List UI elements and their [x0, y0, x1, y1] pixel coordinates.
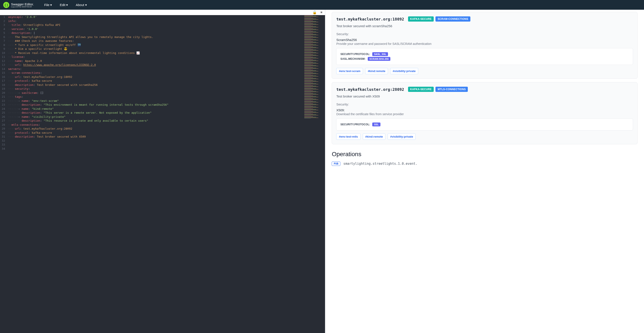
server-badge: MTLS-CONNECTIONS — [436, 87, 468, 92]
server-badge: KAFKA-SECURE — [408, 16, 434, 22]
server-tag[interactable]: #kind:remote — [365, 68, 388, 74]
operation-verb-badge: PUB — [332, 162, 340, 166]
security-kv-box: SECURITY.PROTOCOL:SASL_SSLSASL.MECHANISM… — [336, 48, 633, 65]
kv-key: SECURITY.PROTOCOL: — [340, 52, 370, 56]
operations-heading: Operations — [332, 151, 638, 158]
server-badge: SCRAM-CONNECTIONS — [436, 16, 470, 22]
security-label: Security: — [336, 102, 633, 106]
server-card: test.mykafkacluster.org:28092KAFKA-SECUR… — [332, 82, 638, 144]
security-help: Provide your username and password for S… — [336, 42, 633, 46]
readonly-lock-icon[interactable]: 🔓 — [312, 10, 317, 14]
kv-value: SCRAM-SHA-256 — [368, 57, 390, 61]
tag-row: #env:test-mtls#kind:remote#visibility:pr… — [336, 134, 633, 140]
server-url: test.mykafkacluster.org:18092 — [336, 17, 404, 21]
server-tag[interactable]: #visibility:private — [390, 68, 418, 74]
theme-toggle-icon[interactable]: ☀ — [320, 10, 323, 14]
line-number-gutter: 1234567891011121314151617181920212223242… — [0, 15, 8, 333]
server-description: Test broker secured with X509 — [336, 94, 633, 98]
operation-path: smartylighting.streetlights.1.0.event. — [343, 162, 417, 166]
security-name: ScramSha256 — [336, 38, 633, 42]
server-card: test.mykafkacluster.org:18092KAFKA-SECUR… — [332, 12, 638, 79]
security-help: Download the certificate files from serv… — [336, 112, 633, 116]
main: 🔓 ☀ 123456789101112131415161718192021222… — [0, 10, 644, 333]
kv-value: SASL_SSL — [372, 52, 388, 56]
operation-row[interactable]: PUB smartylighting.streetlights.1.0.even… — [332, 162, 638, 166]
tag-row: #env:test-scram#kind:remote#visibility:p… — [336, 68, 633, 74]
menu-file[interactable]: File ▾ — [40, 3, 56, 7]
kv-value: SSL — [372, 122, 380, 126]
server-badge: KAFKA-SECURE — [408, 87, 434, 92]
server-tag[interactable]: #kind:remote — [363, 134, 386, 140]
server-url: test.mykafkacluster.org:28092 — [336, 87, 404, 92]
app-header: { } Swagger Editor. supported by SMARTBE… — [0, 0, 644, 10]
editor-toolbar: 🔓 ☀ — [0, 10, 325, 15]
preview-pane[interactable]: test.mykafkacluster.org:18092KAFKA-SECUR… — [325, 10, 644, 333]
menu-edit[interactable]: Edit ▾ — [56, 3, 72, 7]
menu-about[interactable]: About ▾ — [72, 3, 90, 7]
security-kv-box: SECURITY.PROTOCOL:SSL — [336, 118, 633, 130]
server-tag[interactable]: #env:test-scram — [336, 68, 363, 74]
minimap[interactable] — [304, 15, 325, 333]
server-tag[interactable]: #visibility:private — [388, 134, 416, 140]
server-description: Test broker secured with scramSha256 — [336, 24, 633, 28]
editor-pane: 🔓 ☀ 123456789101112131415161718192021222… — [0, 10, 325, 333]
kv-key: SASL.MECHANISM: — [340, 57, 365, 60]
code-editor[interactable]: 1234567891011121314151617181920212223242… — [0, 15, 325, 333]
code-content[interactable]: asyncapi: '2.6.0'info:··title: Streetlig… — [8, 15, 325, 333]
security-name: X509: — [336, 108, 633, 112]
logo[interactable]: { } Swagger Editor. supported by SMARTBE… — [3, 2, 34, 8]
logo-text: Swagger Editor. supported by SMARTBEAR — [11, 2, 34, 8]
kv-key: SECURITY.PROTOCOL: — [340, 123, 370, 126]
security-label: Security: — [336, 32, 633, 36]
swagger-logo-icon: { } — [3, 2, 9, 8]
server-tag[interactable]: #env:test-mtls — [336, 134, 360, 140]
